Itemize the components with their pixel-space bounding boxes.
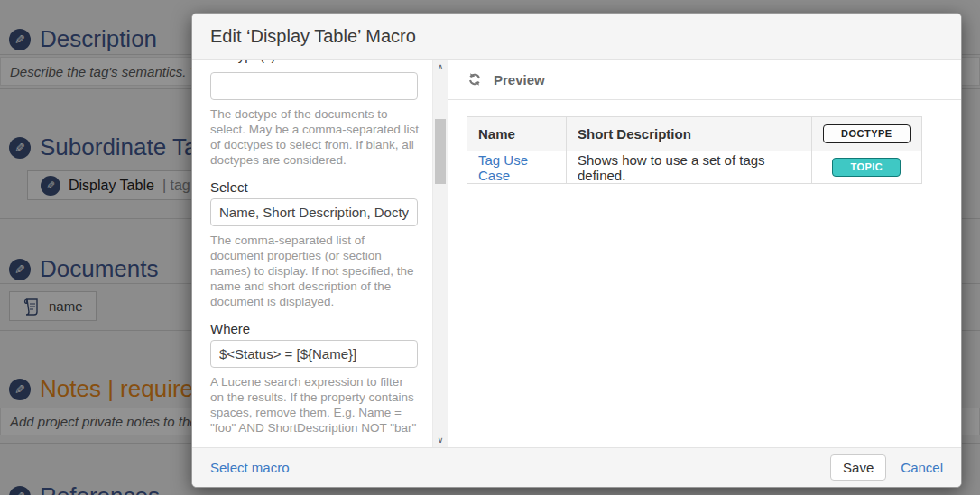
field-label: Where — [210, 321, 418, 336]
refresh-icon[interactable] — [467, 71, 483, 87]
select-input[interactable] — [210, 198, 418, 226]
field-help: The doctype of the documents to select. … — [210, 106, 420, 168]
preview-header: Preview — [448, 60, 961, 100]
select-macro-link[interactable]: Select macro — [210, 460, 290, 475]
preview-body: Name Short Description DOCTYPE Tag Use C… — [448, 100, 961, 200]
doctype-badge: DOCTYPE — [823, 124, 911, 143]
topic-badge: TOPIC — [832, 158, 901, 177]
scroll-up-arrow-icon[interactable]: ∧ — [433, 60, 448, 74]
preview-panel: Preview Name Short Description DOCTYPE T… — [448, 60, 961, 447]
field-label: Select — [210, 179, 418, 195]
dialog-title: Edit ‘Display Table’ Macro — [210, 26, 416, 47]
scrollbar-track[interactable] — [433, 74, 448, 433]
cell-doctype: TOPIC — [812, 151, 922, 184]
where-input[interactable] — [210, 340, 418, 368]
scrollbar-thumb[interactable] — [435, 119, 446, 184]
edit-macro-dialog: Edit ‘Display Table’ Macro Doctype(s) Th… — [191, 13, 962, 488]
field-help: The comma-separated list of document pro… — [210, 233, 420, 309]
dialog-body: Doctype(s) The doctype of the documents … — [192, 60, 961, 447]
scroll-down-arrow-icon[interactable]: ∨ — [433, 433, 448, 447]
table-row: Tag Use Case Shows how to use a set of t… — [467, 151, 922, 184]
preview-title: Preview — [494, 72, 545, 87]
form-scrollbar[interactable]: ∧ ∨ — [432, 60, 448, 447]
field-doctypes: Doctype(s) — [210, 60, 418, 67]
macro-parameter-form: Doctype(s) The doctype of the documents … — [192, 60, 432, 447]
table-header-row: Name Short Description DOCTYPE — [467, 117, 922, 151]
cell-short-description: Shows how to use a set of tags defined. — [567, 151, 812, 184]
preview-table: Name Short Description DOCTYPE Tag Use C… — [467, 116, 922, 184]
doctypes-input[interactable] — [210, 72, 418, 100]
cell-name: Tag Use Case — [467, 151, 567, 184]
cancel-link[interactable]: Cancel — [901, 460, 943, 475]
column-header-doctype: DOCTYPE — [812, 117, 922, 151]
field-help: A Lucene search expression to filter on … — [210, 374, 420, 435]
save-button[interactable]: Save — [830, 454, 886, 481]
dialog-footer: Select macro Save Cancel — [192, 447, 961, 487]
field-label: Doctype(s) — [210, 60, 418, 63]
column-header-name: Name — [467, 117, 567, 151]
column-header-short-description: Short Description — [567, 117, 812, 151]
tag-use-case-link[interactable]: Tag Use Case — [478, 152, 528, 183]
dialog-header: Edit ‘Display Table’ Macro — [192, 14, 961, 60]
